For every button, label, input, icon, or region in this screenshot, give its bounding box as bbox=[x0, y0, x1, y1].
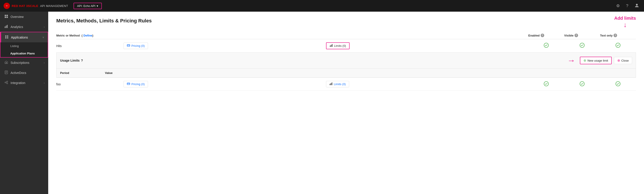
gear-icon: ⚙ bbox=[616, 3, 620, 8]
hits-pricing-button[interactable]: Pricing (0) bbox=[124, 42, 148, 49]
brand-logo: RED HAT 3SCALE API MANAGEMENT bbox=[4, 3, 68, 9]
sidebar-item-analytics-label: Analytics bbox=[10, 25, 42, 29]
enabled-help-icon[interactable]: ? bbox=[541, 34, 544, 37]
svg-rect-8 bbox=[7, 25, 8, 28]
foo-enabled-cell bbox=[528, 81, 564, 87]
hits-metric-name: Hits bbox=[56, 44, 124, 48]
usage-limits-help-icon[interactable]: ? bbox=[81, 59, 83, 62]
hits-enabled-cell bbox=[528, 43, 564, 49]
main-content: Metrics, Methods, Limits & Pricing Rules… bbox=[48, 12, 644, 194]
foo-visible-check-icon bbox=[580, 83, 584, 87]
integration-chevron-icon: › bbox=[44, 82, 44, 84]
analytics-chevron-icon: › bbox=[44, 25, 44, 28]
svg-point-11 bbox=[5, 37, 6, 38]
analytics-icon bbox=[4, 25, 8, 29]
activedocs-icon bbox=[4, 71, 8, 75]
svg-rect-33 bbox=[330, 84, 330, 85]
period-column-header: Period bbox=[60, 71, 105, 75]
sidebar-item-subscriptions-label: Subscriptions bbox=[10, 61, 42, 64]
svg-rect-6 bbox=[5, 26, 6, 28]
user-icon-button[interactable] bbox=[633, 2, 640, 10]
svg-point-20 bbox=[7, 83, 8, 84]
usage-limits-section: Usage Limits ? → ⊕ New usage limit ⊗ Clo… bbox=[56, 52, 636, 77]
top-nav: RED HAT 3SCALE API MANAGEMENT API: Echo … bbox=[0, 0, 644, 12]
foo-text-only-check-icon bbox=[616, 83, 620, 87]
bar-chart-icon bbox=[330, 44, 333, 47]
foo-limits-button[interactable]: Limits (0) bbox=[326, 81, 349, 87]
sidebar-item-activedocs[interactable]: ActiveDocs bbox=[0, 68, 48, 78]
visible-help-icon[interactable]: ? bbox=[574, 34, 578, 37]
gear-icon-button[interactable]: ⚙ bbox=[615, 2, 621, 10]
svg-rect-5 bbox=[6, 16, 8, 18]
subscriptions-icon bbox=[4, 60, 8, 65]
hits-pricing-cell: Pricing (0) bbox=[124, 42, 326, 49]
hits-metric-row: Hits Pricing (0) Limits (0) bbox=[56, 39, 636, 78]
user-icon bbox=[634, 3, 639, 9]
sidebar-item-applications-label: Applications bbox=[11, 36, 40, 39]
foo-enabled-check-icon bbox=[544, 83, 549, 87]
usage-limits-actions: → ⊕ New usage limit ⊗ Close bbox=[567, 56, 632, 65]
svg-point-9 bbox=[5, 35, 6, 37]
svg-line-22 bbox=[6, 83, 7, 83]
define-link[interactable]: Define bbox=[84, 34, 92, 37]
add-limits-callout: Add limits ↓ bbox=[614, 16, 636, 29]
sidebar-item-activedocs-label: ActiveDocs bbox=[10, 71, 44, 75]
col-visible: Visible ? bbox=[564, 34, 600, 37]
pricing-icon bbox=[127, 44, 130, 47]
usage-limits-columns: Period Value bbox=[56, 69, 636, 77]
svg-rect-23 bbox=[127, 45, 130, 46]
usage-limits-title: Usage Limits ? bbox=[60, 59, 83, 62]
brand-icon bbox=[4, 3, 10, 9]
api-selector-button[interactable]: API: Echo API ▾ bbox=[74, 3, 102, 9]
text-only-help-icon[interactable]: ? bbox=[614, 34, 617, 37]
foo-metric-name: foo bbox=[56, 82, 124, 86]
svg-rect-35 bbox=[332, 82, 332, 85]
svg-point-19 bbox=[7, 81, 8, 82]
svg-rect-7 bbox=[6, 25, 6, 28]
hits-visible-check-icon bbox=[580, 44, 584, 49]
foo-text-only-cell bbox=[600, 81, 636, 87]
sidebar-item-overview[interactable]: Overview bbox=[0, 12, 48, 22]
hits-limits-button[interactable]: Limits (0) bbox=[326, 42, 350, 49]
col-enabled: Enabled ? bbox=[528, 34, 564, 37]
foo-pricing-button[interactable]: Pricing (0) bbox=[124, 81, 148, 87]
col-text-only: Text only ? bbox=[600, 34, 636, 37]
add-limits-arrow-icon: ↓ bbox=[623, 21, 627, 29]
chevron-down-icon: ▾ bbox=[97, 4, 98, 8]
subscriptions-chevron-icon: › bbox=[44, 61, 44, 64]
svg-point-10 bbox=[7, 35, 8, 37]
svg-rect-4 bbox=[5, 16, 6, 18]
sidebar-subitem-listing[interactable]: Listing bbox=[0, 42, 48, 50]
sidebar-item-subscriptions[interactable]: Subscriptions › bbox=[0, 58, 48, 68]
close-usage-limits-button[interactable]: ⊗ Close bbox=[614, 57, 632, 64]
svg-point-18 bbox=[5, 82, 6, 83]
sidebar-item-integration[interactable]: Integration › bbox=[0, 78, 48, 88]
integration-icon bbox=[4, 81, 8, 85]
sidebar-subitem-application-plans[interactable]: Application Plans bbox=[0, 50, 48, 57]
svg-rect-34 bbox=[330, 83, 331, 85]
sidebar-item-overview-label: Overview bbox=[10, 15, 44, 18]
hits-visible-cell bbox=[564, 43, 600, 49]
svg-rect-2 bbox=[5, 15, 6, 16]
hits-text-only-cell bbox=[600, 43, 636, 49]
new-usage-limit-button[interactable]: ⊕ New usage limit bbox=[580, 57, 612, 64]
sidebar-item-analytics[interactable]: Analytics › bbox=[0, 22, 48, 32]
overview-icon bbox=[4, 14, 8, 19]
sidebar-item-applications[interactable]: Applications ∨ bbox=[0, 32, 48, 42]
foo-metric-row: foo Pricing (0) Limits (0) bbox=[56, 78, 636, 91]
app-body: Overview Analytics › Applications ∨ List… bbox=[0, 12, 644, 194]
foo-limits-cell: Limits (0) bbox=[326, 81, 528, 87]
applications-chevron-icon: ∨ bbox=[42, 36, 44, 39]
usage-limits-header: Usage Limits ? → ⊕ New usage limit ⊗ Clo… bbox=[56, 53, 636, 69]
value-column-header: Value bbox=[105, 71, 632, 75]
foo-main-row: foo Pricing (0) Limits (0) bbox=[56, 78, 636, 90]
applications-submenu: Listing Application Plans bbox=[0, 42, 48, 57]
api-selector-label: API: Echo API bbox=[77, 4, 96, 8]
help-icon-button[interactable]: ? bbox=[625, 2, 630, 10]
brand-name: RED HAT 3SCALE API MANAGEMENT bbox=[12, 4, 68, 8]
sidebar-item-integration-label: Integration bbox=[10, 81, 42, 85]
svg-rect-3 bbox=[6, 15, 8, 16]
foo-pricing-icon bbox=[127, 82, 130, 86]
page-title: Metrics, Methods, Limits & Pricing Rules bbox=[56, 18, 152, 24]
svg-rect-25 bbox=[330, 45, 330, 47]
